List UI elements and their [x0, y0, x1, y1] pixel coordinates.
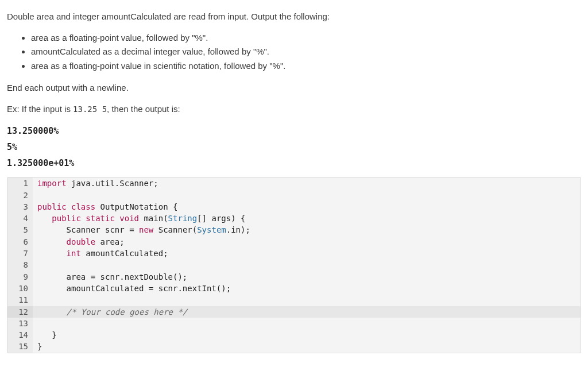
end-output-note: End each output with a newline. — [7, 82, 581, 95]
example-output-line: 13.250000% — [7, 124, 581, 140]
code-content[interactable]: int amountCalculated; — [33, 248, 581, 259]
code-content[interactable]: Scanner scnr = new Scanner(System.in); — [33, 224, 581, 236]
example-output-block: 13.250000% 5% 1.325000e+01% — [7, 124, 581, 171]
example-label: Ex: If the input is 13.25 5, then the ou… — [7, 103, 581, 116]
code-line: 13 — [7, 318, 581, 329]
code-line: 9 area = scnr.nextDouble(); — [7, 271, 581, 283]
code-line: 6 double area; — [7, 236, 581, 248]
code-line: 4 public static void main(String[] args)… — [7, 213, 581, 224]
example-suffix: , then the output is: — [107, 104, 180, 114]
line-number: 7 — [7, 248, 33, 259]
line-number: 10 — [7, 283, 33, 294]
code-content[interactable] — [33, 259, 581, 271]
line-number: 13 — [7, 318, 33, 329]
line-number: 9 — [7, 271, 33, 283]
line-number: 2 — [7, 190, 33, 201]
problem-intro: Double area and integer amountCalculated… — [7, 10, 581, 24]
line-number: 11 — [7, 294, 33, 306]
example-output-line: 1.325000e+01% — [7, 156, 581, 172]
code-line: 7 int amountCalculated; — [7, 248, 581, 259]
code-content[interactable]: public static void main(String[] args) { — [33, 213, 581, 224]
code-line: 3public class OutputNotation { — [7, 201, 581, 213]
line-number: 1 — [7, 178, 33, 189]
line-number: 4 — [7, 213, 33, 224]
line-number: 12 — [7, 306, 33, 318]
example-input: 13.25 5 — [73, 105, 107, 114]
line-number: 6 — [7, 236, 33, 248]
code-content[interactable] — [33, 294, 581, 306]
line-number: 15 — [7, 341, 33, 352]
code-line: 2 — [7, 190, 581, 201]
requirement-item: area as a floating-point value in scient… — [31, 60, 581, 73]
code-content[interactable] — [33, 318, 581, 329]
requirement-item: amountCalculated as a decimal integer va… — [31, 45, 581, 59]
code-content[interactable] — [33, 190, 581, 201]
code-line: 15} — [7, 341, 581, 352]
code-line: 8 — [7, 259, 581, 271]
code-content[interactable]: /* Your code goes here */ — [33, 306, 581, 318]
code-line: 11 — [7, 294, 581, 306]
code-editor[interactable]: 1import java.util.Scanner;23public class… — [7, 177, 581, 353]
requirements-list: area as a floating-point value, followed… — [7, 32, 581, 73]
requirement-item: area as a floating-point value, followed… — [31, 32, 581, 45]
code-line: 12 /* Your code goes here */ — [7, 306, 581, 318]
line-number: 8 — [7, 259, 33, 271]
code-content[interactable]: public class OutputNotation { — [33, 201, 581, 213]
code-content[interactable]: area = scnr.nextDouble(); — [33, 271, 581, 283]
code-content[interactable]: } — [33, 329, 581, 341]
code-content[interactable]: double area; — [33, 236, 581, 248]
code-content[interactable]: amountCalculated = scnr.nextInt(); — [33, 283, 581, 294]
example-output-line: 5% — [7, 140, 581, 156]
line-number: 3 — [7, 201, 33, 213]
code-table: 1import java.util.Scanner;23public class… — [7, 178, 581, 352]
code-content[interactable]: import java.util.Scanner; — [33, 178, 581, 189]
line-number: 5 — [7, 224, 33, 236]
code-content[interactable]: } — [33, 341, 581, 352]
code-line: 1import java.util.Scanner; — [7, 178, 581, 189]
code-line: 10 amountCalculated = scnr.nextInt(); — [7, 283, 581, 294]
example-prefix: Ex: If the input is — [7, 104, 73, 114]
code-line: 5 Scanner scnr = new Scanner(System.in); — [7, 224, 581, 236]
line-number: 14 — [7, 329, 33, 341]
code-line: 14 } — [7, 329, 581, 341]
